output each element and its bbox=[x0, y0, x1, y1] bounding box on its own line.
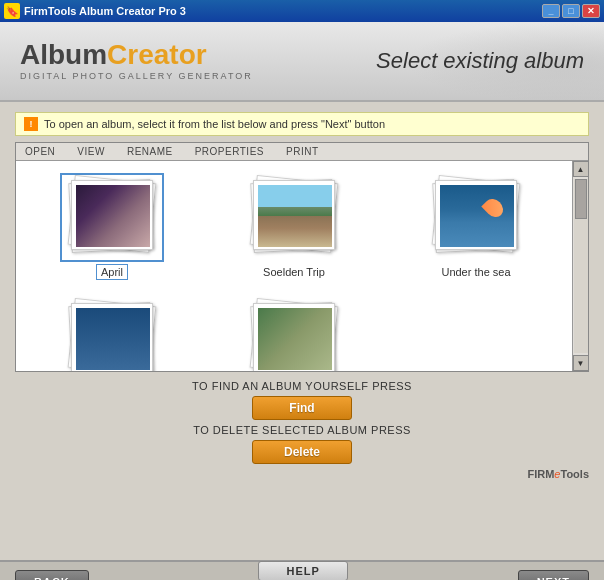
gallery-scrollbar: ▲ ▼ bbox=[572, 161, 588, 371]
photo-frame-front bbox=[435, 180, 517, 250]
album-item-sea[interactable]: Under the sea bbox=[390, 171, 562, 284]
title-bar-text: FirmTools Album Creator Pro 3 bbox=[24, 5, 538, 17]
main-content: ! To open an album, select it from the l… bbox=[0, 102, 604, 560]
menu-properties[interactable]: Properties bbox=[192, 145, 267, 158]
album-stack-april bbox=[62, 175, 162, 260]
logo: AlbumCreator DIGITAL PHOTO GALLERY GENER… bbox=[20, 41, 253, 81]
album-label-soelden: Soelden Trip bbox=[258, 264, 330, 280]
logo-main: AlbumCreator bbox=[20, 41, 253, 69]
bottom-center: HELP CANCEL bbox=[258, 561, 348, 581]
album-stack-row2-2 bbox=[244, 298, 344, 371]
gallery-menubar: Open View Rename Properties Print bbox=[16, 143, 588, 161]
next-button[interactable]: NEXT bbox=[518, 570, 589, 580]
album-stack-sea bbox=[426, 175, 526, 260]
title-bar: 🔖 FirmTools Album Creator Pro 3 _ □ ✕ bbox=[0, 0, 604, 22]
find-button[interactable]: Find bbox=[252, 396, 352, 420]
scroll-thumb[interactable] bbox=[575, 179, 587, 219]
menu-view[interactable]: View bbox=[74, 145, 108, 158]
info-icon: ! bbox=[24, 117, 38, 131]
page-title: Select existing album bbox=[376, 48, 584, 74]
brand-watermark: FIRMeTools bbox=[15, 464, 589, 484]
info-bar: ! To open an album, select it from the l… bbox=[15, 112, 589, 136]
menu-rename[interactable]: Rename bbox=[124, 145, 176, 158]
photo-april bbox=[76, 185, 150, 247]
photo-soelden bbox=[258, 185, 332, 247]
gallery-content: April Soelden Trip bbox=[16, 161, 588, 371]
back-button[interactable]: BACK bbox=[15, 570, 89, 580]
action-area: To find an album yourself press Find To … bbox=[15, 380, 589, 464]
gallery-scroll-area[interactable]: April Soelden Trip bbox=[16, 161, 572, 371]
album-item-row2-1[interactable] bbox=[26, 294, 198, 371]
window-controls: _ □ ✕ bbox=[542, 4, 600, 18]
info-text: To open an album, select it from the lis… bbox=[44, 118, 385, 130]
delete-button[interactable]: Delete bbox=[252, 440, 352, 464]
photo-underwater bbox=[76, 308, 150, 370]
logo-album-text: Album bbox=[20, 39, 107, 70]
album-item-soelden[interactable]: Soelden Trip bbox=[208, 171, 380, 284]
album-item-april[interactable]: April bbox=[26, 171, 198, 284]
maximize-button[interactable]: □ bbox=[562, 4, 580, 18]
minimize-button[interactable]: _ bbox=[542, 4, 560, 18]
brand-firm: FIRM bbox=[527, 468, 554, 480]
photo-frame-front bbox=[253, 303, 335, 371]
find-label: To find an album yourself press bbox=[192, 380, 412, 392]
scroll-down-button[interactable]: ▼ bbox=[573, 355, 589, 371]
logo-subtitle: DIGITAL PHOTO GALLERY GENERATOR bbox=[20, 71, 253, 81]
photo-frame-front bbox=[71, 180, 153, 250]
album-stack-soelden bbox=[244, 175, 344, 260]
help-button[interactable]: HELP bbox=[258, 561, 348, 581]
logo-creator-text: Creator bbox=[107, 39, 207, 70]
photo-sea bbox=[440, 185, 514, 247]
album-item-row2-2[interactable] bbox=[208, 294, 380, 371]
album-label-sea: Under the sea bbox=[436, 264, 515, 280]
bottom-bar: BACK HELP CANCEL NEXT bbox=[0, 560, 604, 580]
delete-label: To delete selected album press bbox=[193, 424, 411, 436]
photo-partial bbox=[258, 308, 332, 370]
menu-open[interactable]: Open bbox=[22, 145, 58, 158]
album-stack-row2-1 bbox=[62, 298, 162, 371]
photo-frame-front bbox=[253, 180, 335, 250]
album-label-april: April bbox=[96, 264, 128, 280]
photo-frame-front bbox=[71, 303, 153, 371]
app-header: AlbumCreator DIGITAL PHOTO GALLERY GENER… bbox=[0, 22, 604, 102]
gallery-panel: Open View Rename Properties Print A bbox=[15, 142, 589, 372]
scroll-up-button[interactable]: ▲ bbox=[573, 161, 589, 177]
scroll-track bbox=[574, 179, 588, 353]
close-button[interactable]: ✕ bbox=[582, 4, 600, 18]
menu-print[interactable]: Print bbox=[283, 145, 322, 158]
brand-tools: Tools bbox=[560, 468, 589, 480]
app-icon: 🔖 bbox=[4, 3, 20, 19]
